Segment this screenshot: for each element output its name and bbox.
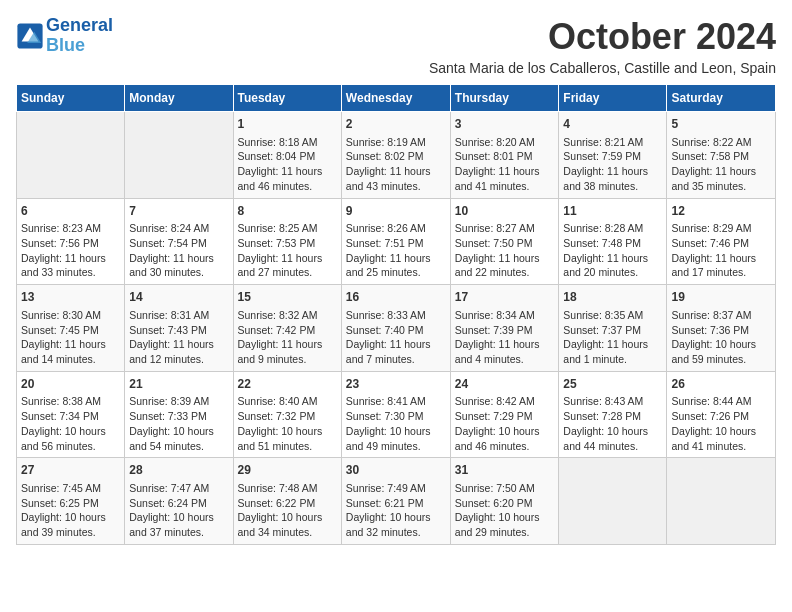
calendar-cell: 23Sunrise: 8:41 AMSunset: 7:30 PMDayligh… <box>341 371 450 458</box>
calendar-cell: 21Sunrise: 8:39 AMSunset: 7:33 PMDayligh… <box>125 371 233 458</box>
day-info: Sunset: 7:42 PM <box>238 323 337 338</box>
day-info: Daylight: 11 hours and 14 minutes. <box>21 337 120 366</box>
calendar-cell: 31Sunrise: 7:50 AMSunset: 6:20 PMDayligh… <box>450 458 559 545</box>
day-info: Sunrise: 8:24 AM <box>129 221 228 236</box>
day-info: Daylight: 11 hours and 20 minutes. <box>563 251 662 280</box>
calendar-cell: 11Sunrise: 8:28 AMSunset: 7:48 PMDayligh… <box>559 198 667 285</box>
day-number: 29 <box>238 462 337 479</box>
calendar-cell: 18Sunrise: 8:35 AMSunset: 7:37 PMDayligh… <box>559 285 667 372</box>
calendar-cell: 2Sunrise: 8:19 AMSunset: 8:02 PMDaylight… <box>341 112 450 199</box>
header-day-friday: Friday <box>559 85 667 112</box>
calendar-cell: 8Sunrise: 8:25 AMSunset: 7:53 PMDaylight… <box>233 198 341 285</box>
calendar-cell: 15Sunrise: 8:32 AMSunset: 7:42 PMDayligh… <box>233 285 341 372</box>
calendar-cell: 4Sunrise: 8:21 AMSunset: 7:59 PMDaylight… <box>559 112 667 199</box>
calendar-cell: 26Sunrise: 8:44 AMSunset: 7:26 PMDayligh… <box>667 371 776 458</box>
day-info: Sunset: 7:58 PM <box>671 149 771 164</box>
day-number: 15 <box>238 289 337 306</box>
day-number: 28 <box>129 462 228 479</box>
day-info: Daylight: 10 hours and 51 minutes. <box>238 424 337 453</box>
calendar-cell: 30Sunrise: 7:49 AMSunset: 6:21 PMDayligh… <box>341 458 450 545</box>
day-number: 14 <box>129 289 228 306</box>
day-info: Sunrise: 8:19 AM <box>346 135 446 150</box>
day-number: 22 <box>238 376 337 393</box>
day-number: 23 <box>346 376 446 393</box>
day-info: Sunrise: 8:43 AM <box>563 394 662 409</box>
day-number: 8 <box>238 203 337 220</box>
day-info: Daylight: 11 hours and 22 minutes. <box>455 251 555 280</box>
day-info: Sunrise: 8:22 AM <box>671 135 771 150</box>
header-row: SundayMondayTuesdayWednesdayThursdayFrid… <box>17 85 776 112</box>
header-day-saturday: Saturday <box>667 85 776 112</box>
day-number: 12 <box>671 203 771 220</box>
day-info: Sunset: 6:22 PM <box>238 496 337 511</box>
calendar-cell: 28Sunrise: 7:47 AMSunset: 6:24 PMDayligh… <box>125 458 233 545</box>
week-row-2: 6Sunrise: 8:23 AMSunset: 7:56 PMDaylight… <box>17 198 776 285</box>
header-day-monday: Monday <box>125 85 233 112</box>
day-info: Daylight: 10 hours and 44 minutes. <box>563 424 662 453</box>
day-number: 6 <box>21 203 120 220</box>
day-number: 30 <box>346 462 446 479</box>
day-info: Daylight: 11 hours and 27 minutes. <box>238 251 337 280</box>
day-info: Sunrise: 8:38 AM <box>21 394 120 409</box>
calendar-cell: 14Sunrise: 8:31 AMSunset: 7:43 PMDayligh… <box>125 285 233 372</box>
day-number: 19 <box>671 289 771 306</box>
day-info: Sunset: 7:46 PM <box>671 236 771 251</box>
calendar-cell: 20Sunrise: 8:38 AMSunset: 7:34 PMDayligh… <box>17 371 125 458</box>
calendar-cell: 27Sunrise: 7:45 AMSunset: 6:25 PMDayligh… <box>17 458 125 545</box>
week-row-5: 27Sunrise: 7:45 AMSunset: 6:25 PMDayligh… <box>17 458 776 545</box>
month-title: October 2024 <box>429 16 776 58</box>
calendar-cell: 1Sunrise: 8:18 AMSunset: 8:04 PMDaylight… <box>233 112 341 199</box>
day-info: Daylight: 10 hours and 49 minutes. <box>346 424 446 453</box>
day-info: Daylight: 11 hours and 43 minutes. <box>346 164 446 193</box>
day-info: Sunset: 6:20 PM <box>455 496 555 511</box>
day-info: Sunrise: 8:25 AM <box>238 221 337 236</box>
calendar-cell: 6Sunrise: 8:23 AMSunset: 7:56 PMDaylight… <box>17 198 125 285</box>
header-day-tuesday: Tuesday <box>233 85 341 112</box>
header-day-thursday: Thursday <box>450 85 559 112</box>
day-info: Sunset: 7:51 PM <box>346 236 446 251</box>
logo-line2: Blue <box>46 35 85 55</box>
header-day-wednesday: Wednesday <box>341 85 450 112</box>
day-info: Sunrise: 8:30 AM <box>21 308 120 323</box>
day-info: Sunset: 7:28 PM <box>563 409 662 424</box>
day-info: Daylight: 11 hours and 7 minutes. <box>346 337 446 366</box>
day-info: Daylight: 10 hours and 54 minutes. <box>129 424 228 453</box>
day-info: Sunrise: 8:34 AM <box>455 308 555 323</box>
day-info: Sunrise: 8:41 AM <box>346 394 446 409</box>
day-info: Sunset: 7:45 PM <box>21 323 120 338</box>
calendar-cell: 9Sunrise: 8:26 AMSunset: 7:51 PMDaylight… <box>341 198 450 285</box>
day-number: 24 <box>455 376 555 393</box>
day-info: Sunrise: 8:18 AM <box>238 135 337 150</box>
day-number: 1 <box>238 116 337 133</box>
calendar-cell: 3Sunrise: 8:20 AMSunset: 8:01 PMDaylight… <box>450 112 559 199</box>
day-number: 9 <box>346 203 446 220</box>
day-info: Sunset: 7:48 PM <box>563 236 662 251</box>
day-info: Sunset: 7:43 PM <box>129 323 228 338</box>
day-number: 11 <box>563 203 662 220</box>
day-info: Sunrise: 8:31 AM <box>129 308 228 323</box>
day-info: Sunset: 7:26 PM <box>671 409 771 424</box>
logo-line1: General <box>46 15 113 35</box>
day-info: Daylight: 10 hours and 59 minutes. <box>671 337 771 366</box>
day-info: Daylight: 11 hours and 38 minutes. <box>563 164 662 193</box>
header-day-sunday: Sunday <box>17 85 125 112</box>
day-info: Daylight: 11 hours and 9 minutes. <box>238 337 337 366</box>
calendar-cell: 5Sunrise: 8:22 AMSunset: 7:58 PMDaylight… <box>667 112 776 199</box>
day-info: Sunrise: 8:32 AM <box>238 308 337 323</box>
day-info: Daylight: 11 hours and 17 minutes. <box>671 251 771 280</box>
day-info: Sunrise: 7:47 AM <box>129 481 228 496</box>
day-number: 31 <box>455 462 555 479</box>
calendar-cell: 13Sunrise: 8:30 AMSunset: 7:45 PMDayligh… <box>17 285 125 372</box>
day-info: Daylight: 11 hours and 46 minutes. <box>238 164 337 193</box>
day-info: Sunset: 7:54 PM <box>129 236 228 251</box>
day-info: Sunset: 7:39 PM <box>455 323 555 338</box>
day-info: Daylight: 11 hours and 1 minute. <box>563 337 662 366</box>
day-info: Sunrise: 8:23 AM <box>21 221 120 236</box>
calendar-cell: 10Sunrise: 8:27 AMSunset: 7:50 PMDayligh… <box>450 198 559 285</box>
day-info: Sunrise: 8:42 AM <box>455 394 555 409</box>
day-number: 26 <box>671 376 771 393</box>
day-info: Sunrise: 7:48 AM <box>238 481 337 496</box>
day-info: Daylight: 11 hours and 41 minutes. <box>455 164 555 193</box>
calendar-cell: 24Sunrise: 8:42 AMSunset: 7:29 PMDayligh… <box>450 371 559 458</box>
logo-text: General Blue <box>46 16 113 56</box>
